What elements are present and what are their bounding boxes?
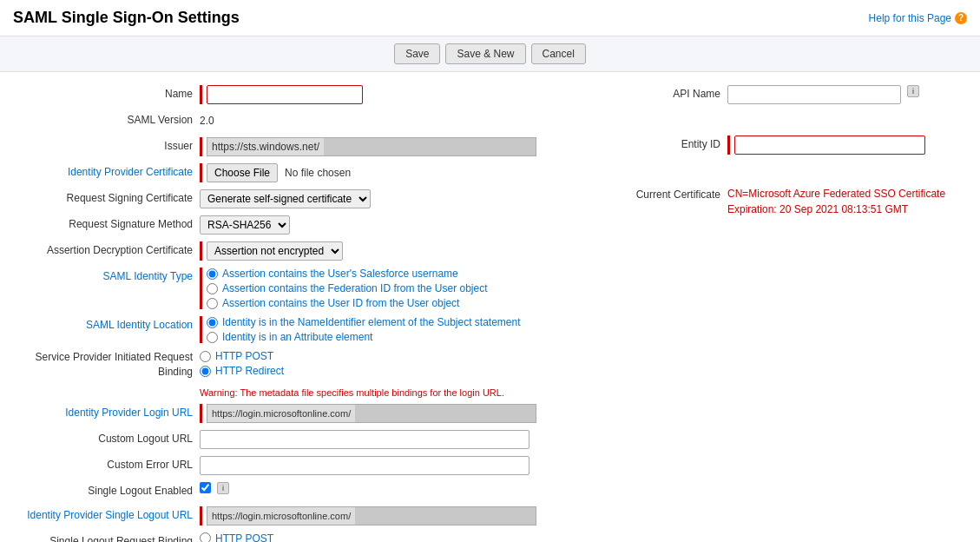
right-column: API Name SPSSOWAAD_Test i Entity ID http… [545, 81, 963, 542]
saml-version-label: SAML Version [26, 111, 200, 129]
custom-logout-url-input[interactable] [200, 430, 529, 449]
single-logout-checkbox-container: i [200, 482, 229, 494]
issuer-url-container: https://sts.windows.net/ [207, 137, 536, 156]
idp-login-url-value: https://login.microsoftonline.com/ [200, 404, 536, 423]
sp-binding-label: Service Provider Initiated Request Bindi… [26, 350, 200, 380]
saml-identity-type-field-row: SAML Identity Type Assertion contains th… [26, 268, 536, 309]
slo-binding-label: Single Logout Request Binding [26, 532, 200, 542]
help-link[interactable]: Help for this Page ? [869, 12, 967, 24]
saml-identity-type-option-3[interactable]: Assertion contains the User ID from the … [207, 297, 487, 309]
issuer-suffix [324, 137, 536, 156]
choose-file-button[interactable]: Choose File [207, 163, 278, 182]
request-signing-cert-value: Generate self-signed certificate [200, 189, 536, 208]
idp-slo-url-label: Identity Provider Single Logout URL [26, 506, 200, 524]
api-name-field-row: API Name SPSSOWAAD_Test i [554, 85, 954, 104]
left-column: Name SPSSOWAAD_Test SAML Version 2.0 Iss… [17, 81, 545, 542]
current-cert-field-row: Current Certificate CN=Microsoft Azure F… [554, 186, 954, 217]
name-input[interactable]: SPSSOWAAD_Test [207, 85, 363, 104]
api-name-label: API Name [554, 85, 727, 102]
saml-identity-type-value: Assertion contains the User's Salesforce… [200, 268, 536, 309]
custom-logout-url-label: Custom Logout URL [26, 430, 200, 447]
idp-login-url-field-row: Identity Provider Login URL https://logi… [26, 404, 536, 423]
saml-version-text: 2.0 [200, 111, 214, 130]
saml-identity-location-label: SAML Identity Location [26, 316, 200, 334]
request-sig-method-field-row: Request Signature Method RSA-SHA256 [26, 215, 536, 235]
request-signing-cert-label: Request Signing Certificate [26, 189, 200, 207]
entity-id-input[interactable]: https://saml.salesforce.com [734, 136, 925, 155]
idp-cert-field-row: Identity Provider Certificate Choose Fil… [26, 163, 536, 182]
save-new-button-top[interactable]: Save & New [445, 43, 525, 64]
help-icon: ? [955, 12, 967, 24]
idp-login-url-prefix: https://login.microsoftonline.com/ [207, 404, 355, 423]
issuer-field-row: Issuer https://sts.windows.net/ [26, 137, 536, 156]
idp-slo-url-value: https://login.microsoftonline.com/ [200, 506, 536, 525]
request-signing-cert-select[interactable]: Generate self-signed certificate [200, 189, 371, 208]
save-button-top[interactable]: Save [394, 43, 440, 64]
sp-binding-post[interactable]: HTTP POST [200, 350, 284, 362]
entity-id-field-row: Entity ID https://saml.salesforce.com [554, 136, 954, 155]
custom-error-url-field-row: Custom Error URL [26, 456, 536, 475]
request-sig-method-label: Request Signature Method [26, 215, 200, 233]
custom-logout-url-value [200, 430, 536, 449]
current-cert-info: CN=Microsoft Azure Federated SSO Certifi… [727, 186, 945, 217]
warning-row: Warning: The metadata file specifies mul… [26, 387, 536, 399]
warning-text: Warning: The metadata file specifies mul… [200, 387, 504, 398]
custom-logout-url-field-row: Custom Logout URL [26, 430, 536, 449]
custom-error-url-input[interactable] [200, 456, 529, 475]
current-cert-value: CN=Microsoft Azure Federated SSO Certifi… [727, 186, 954, 217]
request-signing-cert-field-row: Request Signing Certificate Generate sel… [26, 189, 536, 208]
api-name-input[interactable]: SPSSOWAAD_Test [727, 85, 901, 104]
idp-login-url-suffix [355, 404, 536, 423]
idp-slo-url-container: https://login.microsoftonline.com/ [207, 506, 536, 525]
cancel-button-top[interactable]: Cancel [531, 43, 586, 64]
assertion-decryption-label: Assertion Decryption Certificate [26, 241, 200, 259]
saml-identity-type-label: SAML Identity Type [26, 268, 200, 285]
name-field-row: Name SPSSOWAAD_Test [26, 85, 536, 104]
entity-id-value: https://saml.salesforce.com [727, 136, 954, 155]
single-logout-enabled-value: i [200, 482, 536, 494]
assertion-decryption-select[interactable]: Assertion not encrypted [207, 241, 343, 261]
sp-binding-field-row: Service Provider Initiated Request Bindi… [26, 350, 536, 380]
current-cert-label: Current Certificate [554, 186, 727, 203]
issuer-prefix: https://sts.windows.net/ [207, 137, 324, 156]
single-logout-enabled-label: Single Logout Enabled [26, 482, 200, 499]
idp-slo-url-suffix [355, 506, 536, 525]
issuer-value: https://sts.windows.net/ [200, 137, 536, 156]
sp-binding-redirect[interactable]: HTTP Redirect [200, 365, 284, 377]
idp-login-url-container: https://login.microsoftonline.com/ [207, 404, 536, 423]
slo-binding-post[interactable]: HTTP POST [200, 532, 284, 542]
assertion-decryption-field-row: Assertion Decryption Certificate Asserti… [26, 241, 536, 261]
help-link-text: Help for this Page [869, 12, 951, 24]
idp-cert-label: Identity Provider Certificate [26, 163, 200, 181]
idp-slo-url-field-row: Identity Provider Single Logout URL http… [26, 506, 536, 525]
idp-login-url-label: Identity Provider Login URL [26, 404, 200, 421]
saml-identity-type-option-2[interactable]: Assertion contains the Federation ID fro… [207, 282, 487, 294]
sp-binding-value: HTTP POST HTTP Redirect [200, 350, 536, 377]
name-value: SPSSOWAAD_Test [200, 85, 536, 104]
saml-identity-type-option-1[interactable]: Assertion contains the User's Salesforce… [207, 268, 487, 280]
saml-version-value: 2.0 [200, 111, 536, 130]
saml-identity-location-option-1[interactable]: Identity is in the NameIdentifier elemen… [207, 316, 521, 328]
current-cert-line2: Expiration: 20 Sep 2021 08:13:51 GMT [727, 202, 945, 217]
api-name-info-icon[interactable]: i [907, 85, 919, 97]
request-sig-method-select[interactable]: RSA-SHA256 [200, 215, 290, 235]
saml-identity-location-field-row: SAML Identity Location Identity is in th… [26, 316, 536, 343]
slo-binding-field-row: Single Logout Request Binding HTTP POST … [26, 532, 536, 542]
slo-binding-radio-group: HTTP POST HTTP Redirect [200, 532, 284, 542]
sp-binding-radio-group: HTTP POST HTTP Redirect [200, 350, 284, 377]
top-toolbar: Save Save & New Cancel [0, 36, 980, 72]
assertion-decryption-value: Assertion not encrypted [200, 241, 536, 261]
spacer-2 [554, 162, 954, 186]
current-cert-line1: CN=Microsoft Azure Federated SSO Certifi… [727, 186, 945, 202]
single-logout-info-icon[interactable]: i [217, 482, 229, 494]
saml-identity-location-radio-group: Identity is in the NameIdentifier elemen… [207, 316, 521, 343]
slo-binding-value: HTTP POST HTTP Redirect [200, 532, 536, 542]
no-file-text: No file chosen [285, 163, 351, 182]
page-title: SAML Single Sign-On Settings [13, 9, 240, 27]
single-logout-checkbox[interactable] [200, 482, 211, 493]
issuer-label: Issuer [26, 137, 200, 155]
idp-cert-value: Choose File No file chosen [200, 163, 536, 182]
saml-identity-location-option-2[interactable]: Identity is in an Attribute element [207, 331, 521, 343]
saml-identity-location-value: Identity is in the NameIdentifier elemen… [200, 316, 536, 343]
idp-slo-url-prefix: https://login.microsoftonline.com/ [207, 506, 355, 525]
